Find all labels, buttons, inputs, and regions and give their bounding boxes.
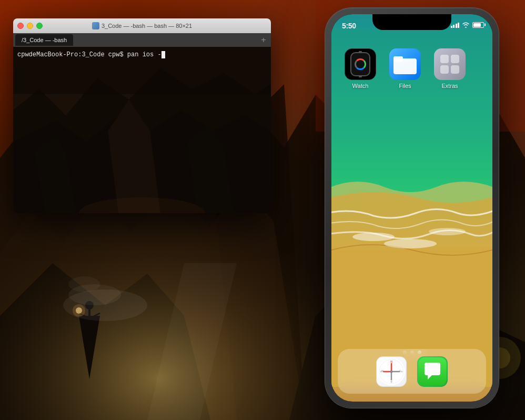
terminal-bg-art <box>13 47 271 213</box>
terminal-tab-bar: /3_Code — -bash + <box>13 33 271 47</box>
app-icon-extras-item[interactable]: Extras <box>431 48 468 89</box>
ios-app-grid: Watch Files <box>331 43 492 94</box>
app-icon-watch-item[interactable]: Watch <box>342 48 379 89</box>
extras-icon-svg <box>438 53 461 76</box>
watch-ring <box>355 58 366 70</box>
files-app-label: Files <box>399 83 411 89</box>
ios-dock: N S E W <box>338 349 486 394</box>
maximize-button[interactable] <box>36 23 43 29</box>
iphone-container: 5:50 <box>325 8 499 408</box>
signal-bar-3 <box>456 24 457 28</box>
svg-point-32 <box>352 233 395 241</box>
terminal-tab[interactable]: /3_Code — -bash <box>15 34 73 46</box>
close-button[interactable] <box>17 23 24 29</box>
files-app-icon[interactable] <box>389 48 421 80</box>
svg-rect-36 <box>393 56 403 62</box>
iphone-screen[interactable]: 5:50 <box>331 14 492 402</box>
terminal-titlebar: 3_Code — -bash — bash — 80×21 <box>13 18 271 33</box>
signal-bar-1 <box>451 26 452 28</box>
iphone-frame: 5:50 <box>325 8 499 408</box>
battery-icon <box>472 22 484 28</box>
terminal-content: cpwdeMacBook-Pro:3_Code cpw$ pan ios - <box>17 50 267 59</box>
add-tab-button[interactable]: + <box>258 35 269 45</box>
extras-app-label: Extras <box>441 83 458 89</box>
svg-text:W: W <box>381 369 384 373</box>
svg-rect-39 <box>440 65 449 74</box>
extras-app-icon[interactable] <box>434 48 466 80</box>
terminal-folder-icon <box>92 22 99 29</box>
terminal-window[interactable]: 3_Code — -bash — bash — 80×21 /3_Code — … <box>13 18 271 213</box>
app-icon-files-item[interactable]: Files <box>387 48 423 89</box>
svg-point-53 <box>391 381 392 383</box>
messages-dock-icon[interactable] <box>417 356 448 387</box>
svg-point-55 <box>401 371 403 372</box>
svg-rect-38 <box>451 55 459 63</box>
terminal-title: 3_Code — -bash — bash — 80×21 <box>92 22 192 29</box>
terminal-body[interactable]: cpwdeMacBook-Pro:3_Code cpw$ pan ios - <box>13 47 271 213</box>
signal-bar-2 <box>453 25 455 28</box>
terminal-cursor <box>161 51 165 58</box>
minimize-button[interactable] <box>27 23 33 29</box>
messages-icon-svg <box>418 357 447 386</box>
ios-time: 5:50 <box>342 22 356 30</box>
svg-rect-40 <box>451 65 459 74</box>
ios-home-screen: 5:50 <box>331 14 492 402</box>
svg-point-33 <box>429 228 466 235</box>
watch-app-icon[interactable] <box>345 48 376 80</box>
watch-app-label: Watch <box>352 83 369 89</box>
svg-point-34 <box>384 239 437 248</box>
wifi-icon <box>462 22 470 28</box>
svg-point-52 <box>391 360 392 362</box>
svg-point-51 <box>390 370 393 373</box>
iphone-notch <box>372 14 451 30</box>
ios-status-icons <box>451 22 484 28</box>
signal-bars-icon <box>451 22 460 28</box>
svg-rect-37 <box>440 55 449 63</box>
watch-face <box>350 52 370 76</box>
files-folder-svg <box>393 54 417 74</box>
svg-point-54 <box>380 371 382 372</box>
battery-fill <box>473 23 481 27</box>
signal-bar-4 <box>458 23 459 28</box>
safari-dock-icon[interactable]: N S E W <box>376 356 407 387</box>
terminal-prompt: cpwdeMacBook-Pro:3_Code cpw$ pan ios - <box>17 51 161 58</box>
safari-icon-svg: N S E W <box>377 357 406 386</box>
